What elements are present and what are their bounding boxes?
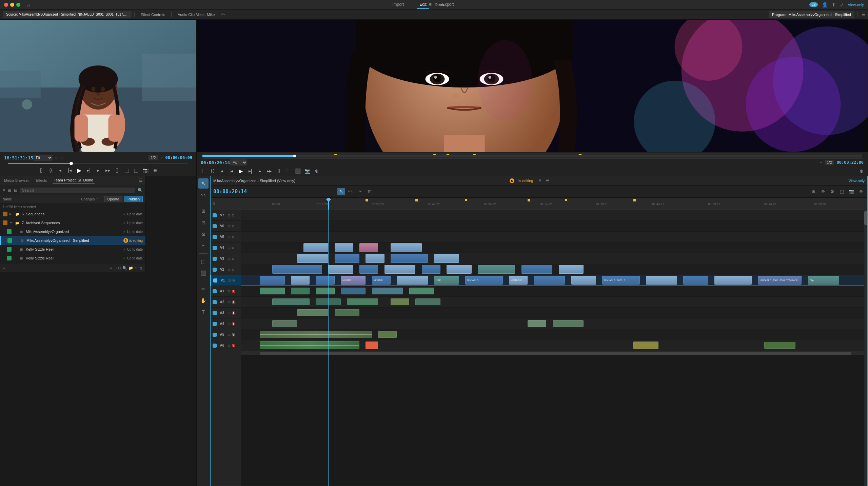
go-to-in-button[interactable]: |◂ — [66, 167, 73, 174]
tl-export-btn[interactable]: 📷 — [848, 188, 855, 195]
clip-v1-5[interactable]: NINJABL... — [372, 276, 391, 285]
rate-stretch-tool-btn[interactable]: ⊠ — [198, 229, 209, 239]
tl-markers-btn[interactable]: ⬚ — [838, 188, 846, 195]
track-sync-v3[interactable]: ⊡ — [228, 257, 230, 260]
mark-out-button[interactable]: ⟧ — [114, 167, 121, 174]
clip-v3-3[interactable] — [366, 254, 384, 263]
fullscreen-button[interactable] — [16, 3, 20, 7]
home-icon[interactable]: ⌂ — [27, 2, 30, 7]
project-item-sequences[interactable]: ▶ 📁 6. Sequences ✓ Up to date — [0, 210, 145, 218]
clip-v2-1[interactable] — [272, 265, 322, 274]
clip-v1-12[interactable]: NINJABLD_S001_S... — [602, 276, 639, 285]
clip-v2-7[interactable] — [478, 265, 515, 274]
timeline-close-btn[interactable]: ✕ — [538, 178, 541, 183]
sync-badge[interactable]: LS — [809, 2, 817, 7]
track-mute-v1[interactable]: ⊠ — [232, 279, 235, 282]
clip-a5-2[interactable] — [378, 331, 397, 338]
track-sync-a4[interactable]: ⊡ — [228, 322, 230, 326]
frame-forward-large-button[interactable]: ▸▸ — [104, 167, 111, 174]
clip-a2-5[interactable] — [415, 298, 440, 305]
clip-v3-2[interactable] — [335, 254, 359, 263]
clip-a1-5[interactable] — [372, 288, 403, 294]
expand-archived[interactable]: ▼ — [9, 221, 13, 225]
clip-a2-2[interactable] — [316, 298, 340, 305]
track-sync-a6[interactable]: ⊡ — [228, 344, 230, 347]
track-toggle-v2[interactable] — [213, 268, 217, 272]
timeline-menu-btn[interactable]: ☰ — [546, 178, 549, 183]
project-freeform-view-btn[interactable]: ⊟ — [14, 188, 17, 193]
track-mute-a1[interactable]: 🔇 — [232, 290, 235, 293]
track-sync-v6[interactable]: ⊡ — [228, 225, 230, 228]
slide-tool-btn[interactable]: ⬛ — [198, 268, 209, 278]
source-fit-select[interactable]: Fit 25% 50% 100% — [33, 155, 53, 161]
track-row-v6[interactable] — [241, 221, 864, 232]
track-toggle-a6[interactable] — [213, 344, 217, 348]
statusbar-folder-btn[interactable]: 📁 — [129, 266, 133, 270]
tl-settings-btn[interactable]: ⚙ — [829, 188, 836, 195]
track-sync-a3[interactable]: ⊡ — [228, 311, 230, 315]
track-sync-a5[interactable]: ⊡ — [228, 333, 230, 336]
clip-v1-16[interactable]: Clip... — [808, 276, 839, 285]
clip-a6-yellow[interactable] — [633, 342, 658, 349]
track-mute-v7[interactable]: ⊠ — [232, 214, 234, 217]
frame-back-large-button[interactable]: ⟨⟨ — [47, 167, 54, 174]
track-toggle-a4[interactable] — [213, 322, 217, 326]
program-panel-tab[interactable]: Program: MikoAssemblyvOrganized - Simpli… — [769, 11, 854, 18]
prog-export-btn[interactable]: 📷 — [304, 168, 311, 174]
track-toggle-v6[interactable] — [213, 224, 217, 228]
tl-track-select-btn[interactable]: ↖↖ — [347, 188, 354, 195]
clip-v2-6[interactable] — [447, 265, 471, 274]
clip-a6-main[interactable] — [260, 341, 359, 349]
clip-v1-2[interactable] — [291, 276, 310, 285]
tl-zoom-out-btn[interactable]: ⊖ — [819, 188, 827, 195]
clip-a5-main[interactable] — [260, 331, 372, 338]
close-button[interactable] — [4, 3, 8, 7]
track-row-v2[interactable] — [241, 264, 864, 275]
statusbar-list-btn[interactable]: ≡ — [110, 266, 112, 270]
statusbar-search-btn[interactable]: 🔍 — [122, 266, 127, 270]
clip-v4-4[interactable] — [391, 243, 422, 252]
source-panel-tab[interactable]: Source: MikoAssemblyvOrganized - Simplif… — [3, 11, 132, 18]
clip-v2-9[interactable] — [559, 265, 584, 274]
track-row-a2[interactable] — [241, 297, 864, 308]
clip-v1-15[interactable] — [714, 276, 752, 285]
hand-tool-btn[interactable]: ✋ — [198, 295, 209, 306]
track-row-v1[interactable]: NINJABL... NINJABL... NINJ... NINJABLD..… — [241, 275, 864, 286]
program-video[interactable] — [197, 20, 868, 152]
track-row-v3[interactable] — [241, 253, 864, 264]
clip-v1-13[interactable] — [646, 276, 677, 285]
track-toggle-a5[interactable] — [213, 333, 217, 337]
statusbar-delete-btn[interactable]: 🗑 — [139, 266, 143, 270]
prog-frame-forward-large-btn[interactable]: ▸▸ — [266, 168, 273, 174]
project-item-archived[interactable]: ▼ 📂 7. Archived Sequences ✓ Up to date — [0, 218, 145, 227]
clip-v1-6[interactable] — [397, 276, 428, 285]
prog-play-btn[interactable]: ▶ — [237, 168, 244, 174]
clip-a6-red[interactable] — [366, 342, 378, 349]
prog-extra-btn[interactable]: ⊕ — [313, 168, 320, 174]
track-select-tool-btn[interactable]: ↖↖ — [198, 190, 209, 200]
track-toggle-v3[interactable] — [213, 257, 217, 261]
track-toggle-a2[interactable] — [213, 300, 217, 304]
track-row-a4[interactable] — [241, 318, 864, 329]
statusbar-new-btn[interactable]: ⊕ — [135, 266, 138, 270]
track-mute-v5[interactable]: ⊠ — [232, 235, 234, 239]
publish-button[interactable]: Publish — [124, 196, 143, 202]
frame-back-button[interactable]: ◂ — [57, 167, 64, 174]
prog-frame-forward-btn[interactable]: ▸ — [256, 168, 263, 174]
clip-v3-4[interactable] — [391, 254, 428, 263]
program-progress-bar[interactable] — [202, 155, 862, 157]
track-mute-v4[interactable]: ⊠ — [232, 246, 234, 250]
effect-controls-tab[interactable]: Effect Controls — [137, 11, 169, 18]
clip-v1-10[interactable] — [534, 276, 565, 285]
project-item-kelly1[interactable]: ▶ ⊞ Kelly Sizzle Reel ✓ Up to date — [0, 245, 145, 254]
source-video[interactable] — [0, 20, 196, 152]
source-scrubber[interactable] — [8, 163, 188, 164]
clip-a1-2[interactable] — [291, 288, 310, 294]
clip-v1-7[interactable]: NINJ... — [434, 276, 459, 285]
mark-in-button[interactable]: ⟦ — [38, 167, 45, 174]
clip-a2-4[interactable] — [391, 298, 409, 305]
source-timecode[interactable]: 18:51:31:15 — [4, 155, 33, 160]
media-browser-tab[interactable]: Media Browser — [3, 178, 30, 183]
selection-tool-btn[interactable]: ↖ — [198, 178, 209, 189]
tl-razor-btn[interactable]: ✂ — [356, 188, 364, 195]
